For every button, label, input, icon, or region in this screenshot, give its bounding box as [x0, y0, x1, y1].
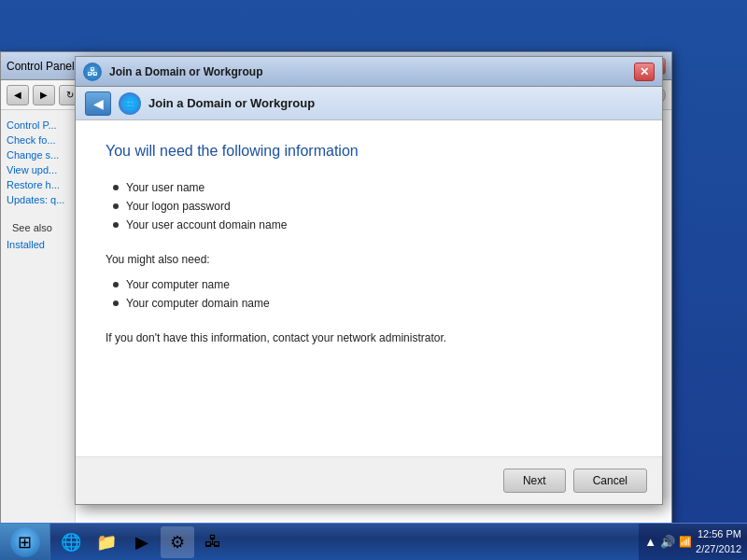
start-button[interactable]: ⊞ [0, 524, 50, 561]
list-item-computer-domain: Your computer domain name [113, 294, 632, 313]
ie-taskbar-icon[interactable]: 🌐 [54, 526, 88, 558]
tray-volume-icon[interactable]: 🔊 [660, 535, 675, 549]
cancel-button[interactable]: Cancel [573, 469, 647, 493]
join-domain-dialog: 🖧 Join a Domain or Workgroup ✕ ◀ 🌐 Join … [75, 56, 663, 505]
tray-network-status-icon[interactable]: 📶 [679, 536, 692, 548]
system-tray: ▲ 🔊 📶 12:56 PM 2/27/2012 [639, 524, 747, 561]
sidebar-item-restore[interactable]: Restore h... [7, 177, 69, 192]
bullet-icon [113, 301, 119, 306]
folder-taskbar-icon[interactable]: 📁 [90, 526, 123, 558]
list-item-username-text: Your user name [126, 181, 204, 194]
sidebar-item-updates-question[interactable]: Updates: q... [7, 192, 69, 207]
cp-titlebar-left: Control Panel [7, 60, 75, 73]
dialog-title-text: Join a Domain or Workgroup [109, 65, 262, 78]
next-button[interactable]: Next [503, 469, 566, 493]
cp-title: Control Panel [7, 60, 75, 73]
also-need-label: You might also need: [106, 253, 632, 266]
list-item-computer-name: Your computer name [113, 275, 632, 294]
clock[interactable]: 12:56 PM 2/27/2012 [696, 527, 741, 556]
dialog-heading: You will need the following information [106, 143, 632, 160]
dialog-titlebar: 🖧 Join a Domain or Workgroup ✕ [76, 57, 662, 87]
bullet-icon [113, 282, 119, 287]
sidebar-item-control-panel[interactable]: Control P... [7, 118, 69, 133]
see-also-label: See also [7, 218, 69, 237]
list-item-computer-domain-text: Your computer domain name [126, 297, 270, 310]
bullet-icon [113, 222, 119, 228]
cp-sidebar: Control P... Check fo... Change s... Vie… [1, 110, 76, 536]
bullet-icon [113, 203, 119, 209]
sidebar-item-view-updates[interactable]: View upd... [7, 162, 69, 177]
list-item-password-text: Your logon password [126, 200, 231, 213]
dialog-app-icon: 🖧 [83, 63, 102, 81]
dialog-close-button[interactable]: ✕ [634, 63, 655, 81]
footer-note: If you don't have this information, cont… [106, 331, 632, 344]
forward-nav-button[interactable]: ▶ [33, 85, 55, 105]
sidebar-item-check-for[interactable]: Check fo... [7, 133, 69, 147]
list-item-password: Your logon password [113, 197, 632, 216]
network-taskbar-icon[interactable]: 🖧 [196, 526, 230, 558]
media-taskbar-icon[interactable]: ▶ [125, 526, 159, 558]
dialog-nav: ◀ 🌐 Join a Domain or Workgroup [76, 87, 662, 120]
list-item-username: Your user name [113, 178, 632, 197]
list-item-computer-name-text: Your computer name [126, 278, 230, 291]
dialog-footer: Next Cancel [76, 456, 662, 504]
dialog-nav-icon: 🌐 [119, 92, 141, 115]
clock-time: 12:56 PM [696, 527, 741, 541]
clock-date: 2/27/2012 [696, 542, 741, 556]
cp-taskbar-icon[interactable]: ⚙ [161, 526, 194, 558]
bullet-icon [113, 185, 119, 190]
dialog-body: You will need the following information … [76, 120, 662, 456]
dialog-back-button[interactable]: ◀ [85, 91, 111, 116]
list-item-domain-name: Your user account domain name [113, 216, 632, 234]
dialog-titlebar-left: 🖧 Join a Domain or Workgroup [83, 63, 262, 81]
desktop: Control Panel ─ □ ✕ ◀ ▶ ↻ Control Panel … [0, 0, 747, 560]
sidebar-item-installed[interactable]: Installed [7, 237, 69, 252]
dialog-nav-title: Join a Domain or Workgroup [148, 96, 315, 110]
tray-network-icon: ▲ [644, 535, 656, 549]
sidebar-item-change-settings[interactable]: Change s... [7, 147, 69, 162]
required-info-list: Your user name Your logon password Your … [106, 178, 632, 234]
optional-info-list: Your computer name Your computer domain … [106, 275, 632, 313]
list-item-domain-text: Your user account domain name [126, 218, 287, 231]
taskbar-programs: 🌐 📁 ▶ ⚙ 🖧 [50, 526, 639, 558]
taskbar: ⊞ 🌐 📁 ▶ ⚙ 🖧 ▲ 🔊 📶 12:56 PM 2/27/2012 [0, 523, 747, 560]
start-orb-icon: ⊞ [10, 527, 40, 557]
back-nav-button[interactable]: ◀ [7, 85, 29, 105]
